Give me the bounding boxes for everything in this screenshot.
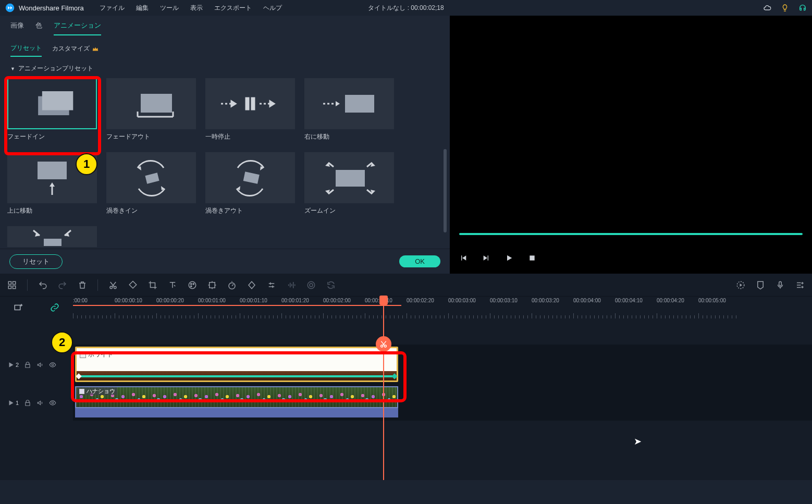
lock-icon[interactable] [24, 361, 31, 368]
ruler-label: 00:00:03:20 [532, 298, 573, 303]
menu-help[interactable]: ヘルプ [263, 4, 282, 13]
voiceover-icon[interactable] [776, 280, 785, 290]
timeline-ruler[interactable]: :00:0000:00:00:1000:00:00:2000:00:01:000… [73, 297, 812, 318]
mute-icon[interactable] [36, 399, 44, 407]
svg-rect-8 [145, 173, 159, 183]
redo-icon[interactable] [58, 280, 67, 290]
main-menu: ファイル 編集 ツール 表示 エクスポート ヘルプ [100, 4, 282, 13]
ruler-label: 00:00:01:10 [240, 298, 281, 303]
svg-rect-2 [42, 91, 73, 110]
preset-section-header[interactable]: ▼アニメーションプリセット [0, 57, 450, 76]
keyframe-icon[interactable] [247, 280, 256, 290]
reset-button[interactable]: リセット [9, 254, 63, 269]
tab-color[interactable]: 色 [35, 21, 42, 35]
svg-point-30 [381, 345, 383, 347]
ruler-label: 00:00:01:00 [198, 298, 240, 303]
tracking-icon[interactable] [207, 280, 217, 290]
svg-point-25 [307, 281, 315, 289]
track-number: 2 [16, 362, 19, 368]
ok-button[interactable]: OK [399, 255, 440, 267]
svg-point-22 [191, 286, 192, 287]
menu-export[interactable]: エクスポート [214, 4, 252, 13]
tab-animation[interactable]: アニメーション [54, 21, 101, 35]
marker-icon[interactable] [756, 280, 765, 290]
mute-icon[interactable] [36, 361, 44, 368]
lock-icon[interactable] [24, 399, 31, 407]
svg-point-20 [191, 283, 192, 284]
preset-label: 上に移動 [7, 206, 97, 215]
render-preview-icon[interactable] [736, 280, 745, 290]
tag-icon[interactable] [128, 280, 138, 290]
preset-label: ズームイン [304, 206, 394, 215]
render-icon[interactable] [326, 280, 336, 290]
cloud-icon[interactable] [763, 4, 771, 12]
image-icon [80, 352, 86, 358]
subtab-customize-label: カスタマイズ [52, 44, 90, 53]
support-icon[interactable] [798, 4, 807, 12]
preset-label: 渦巻きイン [106, 206, 196, 215]
preset-label: 一時停止 [205, 132, 295, 141]
preset-pause[interactable]: 一時停止 [205, 78, 295, 143]
preview-progress[interactable] [459, 233, 803, 235]
menu-tools[interactable]: ツール [160, 4, 179, 13]
crown-icon [92, 45, 99, 53]
clip-white[interactable]: ホワイト [75, 347, 398, 382]
prev-frame-icon[interactable] [459, 254, 467, 262]
clip-label: ホワイト [88, 350, 113, 359]
preset-section-title: アニメーションプリセット [18, 65, 93, 72]
svg-rect-10 [336, 170, 365, 187]
menu-view[interactable]: 表示 [190, 4, 203, 13]
visibility-icon[interactable] [49, 361, 56, 368]
preset-label: フェードイン [7, 132, 97, 141]
playhead[interactable] [383, 297, 384, 480]
preset-zoom-in[interactable]: ズームイン [304, 152, 394, 217]
stop-icon[interactable] [528, 254, 536, 262]
preset-vortex-in[interactable]: 渦巻きイン [106, 152, 196, 217]
idea-icon[interactable] [781, 4, 789, 12]
delete-icon[interactable] [78, 280, 87, 290]
undo-icon[interactable] [38, 280, 47, 290]
preset-grid: フェードイン フェードアウト 一時停止 右に移動 上に移動 [0, 76, 450, 249]
cut-icon[interactable] [108, 280, 118, 290]
ruler-label: 00:00:04:20 [657, 298, 698, 303]
svg-rect-6 [345, 95, 374, 113]
clip-hanashou[interactable]: ハナショウ [75, 386, 398, 419]
svg-rect-16 [13, 286, 16, 288]
ruler-label: 00:00:02:20 [407, 298, 448, 303]
text-icon[interactable] [168, 280, 177, 290]
speed-icon[interactable] [227, 280, 237, 290]
menu-file[interactable]: ファイル [100, 4, 125, 13]
subtab-preset[interactable]: プリセット [10, 44, 42, 57]
crop-icon[interactable] [148, 280, 157, 290]
split-icon[interactable] [376, 336, 391, 352]
preset-scrollbar[interactable] [444, 149, 447, 217]
audio-eq-icon[interactable] [287, 280, 296, 290]
svg-rect-12 [530, 255, 534, 260]
panel-layout-icon[interactable] [7, 280, 17, 290]
svg-rect-29 [15, 305, 20, 310]
ruler-label: 00:00:00:20 [156, 298, 198, 303]
app-logo-icon [5, 3, 15, 13]
menu-edit[interactable]: 編集 [136, 4, 149, 13]
preset-fade-in[interactable]: フェードイン [7, 78, 97, 143]
preset-move-right[interactable]: 右に移動 [304, 78, 394, 143]
track-2: 2 ホワイト [0, 345, 812, 385]
color-icon[interactable] [188, 280, 197, 290]
preset-label: 右に移動 [304, 132, 394, 141]
audio-mixer-icon[interactable] [795, 280, 805, 290]
visibility-icon[interactable] [49, 399, 56, 407]
next-frame-icon[interactable] [482, 254, 490, 262]
svg-rect-28 [779, 281, 782, 286]
tab-image[interactable]: 画像 [10, 21, 24, 35]
ruler-label: 00:00:03:10 [490, 298, 532, 303]
subtab-customize[interactable]: カスタマイズ [52, 44, 99, 57]
adjust-icon[interactable] [267, 280, 276, 290]
play-icon[interactable] [505, 254, 513, 262]
preset-vortex-out[interactable]: 渦巻きアウト [205, 152, 295, 217]
track-1-header[interactable]: 1 [0, 385, 73, 421]
link-icon[interactable] [50, 303, 59, 312]
add-track-icon[interactable] [14, 303, 23, 312]
preset-zoom-out[interactable] [7, 226, 97, 247]
audio-sync-icon[interactable] [306, 280, 316, 290]
preset-fade-out[interactable]: フェードアウト [106, 78, 196, 143]
